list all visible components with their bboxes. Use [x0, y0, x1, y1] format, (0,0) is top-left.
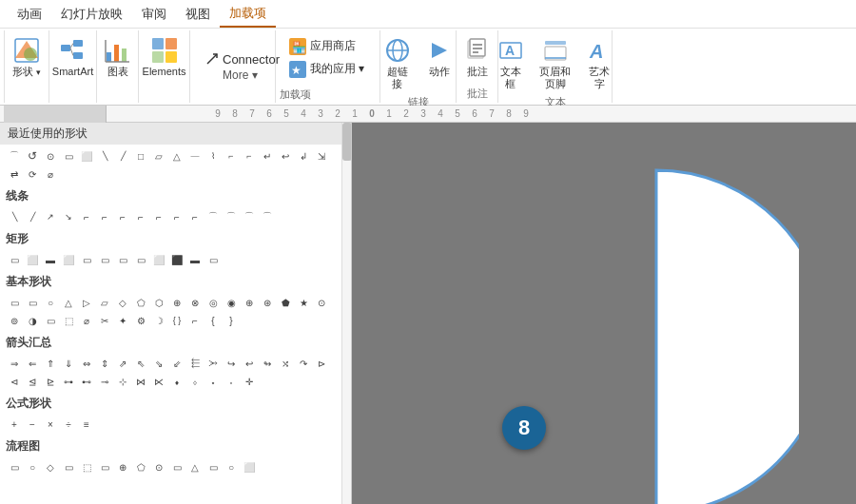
shape-cell[interactable]: ⌐ [186, 312, 204, 329]
shape-cell[interactable]: ⚙ [132, 312, 149, 329]
shape-cell[interactable]: ⇖ [132, 355, 149, 372]
shape-cell[interactable]: ⌐ [241, 147, 258, 165]
shape-cell[interactable]: ⌐ [78, 208, 95, 225]
shape-cell[interactable]: ≡ [78, 416, 95, 433]
shape-cell[interactable]: ⊕ [241, 294, 258, 311]
shape-cell[interactable]: ⬚ [60, 312, 77, 329]
shape-cell[interactable]: ▭ [78, 251, 95, 268]
shape-cell[interactable]: ▱ [96, 294, 113, 311]
shape-cell[interactable]: ⋈ [132, 373, 149, 390]
shape-cell[interactable]: ⌀ [42, 165, 59, 183]
shape-cell[interactable]: ⊶ [60, 373, 77, 390]
shape-cell[interactable]: ╱ [114, 147, 131, 165]
shape-cell[interactable]: ▭ [42, 312, 59, 329]
shape-cell[interactable]: ↩ [241, 355, 258, 372]
shape-cell[interactable]: ⇓ [60, 355, 77, 372]
shape-cell[interactable]: ⬠ [132, 458, 149, 475]
shape-cell[interactable]: □ [132, 147, 149, 165]
elements-button[interactable]: Elements [138, 32, 191, 81]
shape-cell[interactable]: ↵ [259, 147, 276, 165]
shape-cell[interactable]: ⊴ [24, 373, 41, 390]
shape-cell[interactable]: ▭ [168, 458, 185, 475]
shape-cell[interactable]: ○ [223, 458, 240, 475]
shape-cell[interactable]: ⇙ [168, 355, 185, 372]
shape-cell[interactable]: ⬜ [241, 458, 258, 475]
tab-animation[interactable]: 动画 [8, 2, 51, 27]
shape-cell[interactable]: ⌒ [241, 208, 258, 225]
shape-cell[interactable]: ⌒ [204, 208, 222, 225]
shape-cell[interactable]: ○ [42, 294, 59, 311]
tab-addins[interactable]: 加载项 [220, 1, 276, 28]
shape-cell[interactable]: ◇ [114, 294, 131, 311]
shape-cell[interactable]: ⇐ [24, 355, 41, 372]
shape-cell[interactable]: ⌒ [259, 208, 276, 225]
shape-cell[interactable]: ╱ [24, 208, 41, 225]
shape-cell[interactable]: ⊲ [6, 373, 23, 390]
shape-cell[interactable]: ◇ [42, 458, 59, 475]
shape-cell[interactable]: ⤭ [277, 355, 294, 372]
shape-cell[interactable]: ⬜ [78, 147, 95, 165]
store-item[interactable]: 🏪 应用商店 [285, 36, 368, 57]
smartart-button[interactable]: SmartArt [48, 32, 98, 81]
shape-cell[interactable]: } [223, 312, 240, 329]
shape-cell[interactable]: ⌇ [204, 147, 222, 165]
shape-cell[interactable]: ⌐ [96, 208, 113, 225]
shape-cell[interactable]: ▭ [6, 251, 23, 268]
shape-cell[interactable]: ⬡ [150, 294, 167, 311]
shape-cell[interactable]: ↬ [259, 355, 276, 372]
shape-cell[interactable]: ▭ [132, 251, 149, 268]
shape-cell[interactable]: ⬜ [24, 251, 41, 268]
shape-cell[interactable]: ⊙ [42, 147, 59, 165]
shape-cell[interactable]: ⌐ [150, 208, 167, 225]
shape-cell[interactable]: ▱ [150, 147, 167, 165]
shape-cell[interactable]: ▭ [24, 294, 41, 311]
shape-cell[interactable]: ↪ [223, 355, 240, 372]
connector-item[interactable]: Connector [205, 51, 280, 68]
shape-cell[interactable]: ▭ [204, 458, 222, 475]
shape-cell[interactable]: ⌐ [114, 208, 131, 225]
textbox-button[interactable]: A 文本框 [494, 32, 528, 93]
shape-cell[interactable]: ⊚ [6, 312, 23, 329]
shape-cell[interactable]: ⬪ [223, 373, 240, 390]
shape-cell[interactable]: { } [168, 312, 185, 329]
shape-cell[interactable]: ⬚ [78, 458, 95, 475]
shape-cell[interactable]: △ [186, 458, 204, 475]
shape-cell[interactable]: ⊛ [259, 294, 276, 311]
batch-button[interactable]: 批注 [457, 32, 497, 81]
shape-cell[interactable]: ★ [295, 294, 312, 311]
wordart-button[interactable]: A 艺术字 [582, 32, 616, 93]
shape-cell[interactable]: + [6, 416, 23, 433]
shape-cell[interactable]: ⇕ [96, 355, 113, 372]
shape-cell[interactable]: ⬱ [186, 355, 204, 372]
canvas-area[interactable]: 8 [352, 123, 856, 504]
shape-cell[interactable]: ⊙ [150, 458, 167, 475]
shape-cell[interactable]: ⬟ [277, 294, 294, 311]
shape-cell[interactable]: ⌒ [6, 147, 23, 165]
shape-cell[interactable]: ✛ [241, 373, 258, 390]
scroll-thumb[interactable] [342, 123, 352, 161]
shape-cell[interactable]: △ [60, 294, 77, 311]
shape-cell[interactable]: ▭ [204, 251, 222, 268]
shape-cell[interactable]: ⊙ [313, 294, 330, 311]
hyperlink-button[interactable]: 超链接 [378, 32, 418, 93]
action-button[interactable]: 动作 [419, 32, 459, 81]
shape-cell[interactable]: ⋉ [150, 373, 167, 390]
tab-review[interactable]: 审阅 [132, 2, 176, 27]
shape-cell[interactable]: × [42, 416, 59, 433]
shape-cell[interactable]: ⊹ [114, 373, 131, 390]
shape-button[interactable]: 形状 [7, 32, 47, 81]
shape-cell[interactable]: ◑ [24, 312, 41, 329]
shape-cell[interactable]: ▭ [96, 251, 113, 268]
shape-cell[interactable]: ↘ [60, 208, 77, 225]
shape-cell[interactable]: ⬜ [150, 251, 167, 268]
shape-cell[interactable]: ▭ [60, 458, 77, 475]
chart-button[interactable]: 图表 [98, 32, 138, 81]
shape-cell[interactable]: ▭ [6, 458, 23, 475]
shape-cell[interactable]: ⬠ [132, 294, 149, 311]
shape-cell[interactable]: ⊵ [42, 373, 59, 390]
shape-cell[interactable]: ÷ [60, 416, 77, 433]
shape-cell[interactable]: ⬩ [204, 373, 222, 390]
shape-cell[interactable]: ╲ [96, 147, 113, 165]
shape-cell[interactable]: ⊷ [78, 373, 95, 390]
shape-cell[interactable]: ▬ [42, 251, 59, 268]
